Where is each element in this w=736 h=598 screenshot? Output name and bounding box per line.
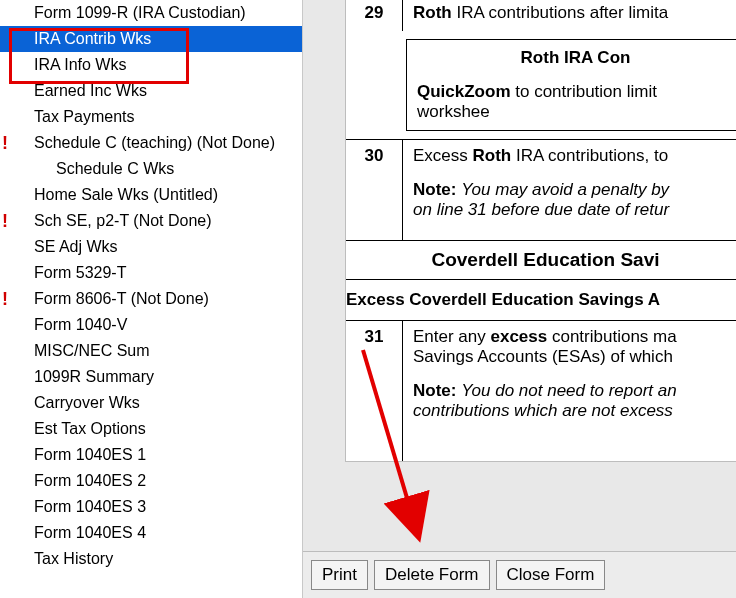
error-flag-icon: !	[2, 290, 16, 308]
forms-list-item-label: Form 5329-T	[16, 264, 126, 282]
forms-list-item-label: Schedule C Wks	[16, 160, 174, 178]
forms-sidebar: Form 1099-R (IRA Custodian)IRA Contrib W…	[0, 0, 303, 598]
form-paper: 29 Roth IRA contributions after limita R…	[345, 0, 736, 462]
print-button[interactable]: Print	[311, 560, 368, 590]
quickzoom-label: QuickZoom	[417, 82, 511, 101]
forms-list-item-label: Tax Payments	[16, 108, 134, 126]
form-button-bar: Print Delete Form Close Form	[303, 551, 736, 598]
text: Enter any	[413, 327, 491, 346]
roth-ira-box: Roth IRA Con QuickZoom to contribution l…	[406, 39, 736, 131]
forms-list-item-label: Carryover Wks	[16, 394, 140, 412]
line-number: 29	[346, 0, 403, 31]
form-line-30: 30 Excess Roth IRA contributions, to Not…	[346, 139, 736, 240]
text-bold: Roth	[473, 146, 512, 165]
forms-list-item[interactable]: !Sch SE, p2-T (Not Done)	[0, 208, 302, 234]
quickzoom-line[interactable]: QuickZoom to contribution limit workshee	[417, 82, 734, 122]
error-flag-icon: !	[2, 134, 16, 152]
line-body: Enter any excess contributions ma Saving…	[403, 321, 736, 461]
line-body: Roth IRA contributions after limita	[403, 0, 736, 31]
forms-list-item[interactable]: !Schedule C (teaching) (Not Done)	[0, 130, 302, 156]
box-title: Roth IRA Con	[417, 48, 734, 68]
forms-list-item[interactable]: Form 1040ES 4	[0, 520, 302, 546]
forms-list-item-label: Earned Inc Wks	[16, 82, 147, 100]
forms-list-item[interactable]: 1099R Summary	[0, 364, 302, 390]
forms-list-item[interactable]: IRA Info Wks	[0, 52, 302, 78]
form-line-31: 31 Enter any excess contributions ma Sav…	[346, 320, 736, 461]
forms-list-item[interactable]: Form 1040ES 1	[0, 442, 302, 468]
forms-list-item-label: Sch SE, p2-T (Not Done)	[16, 212, 212, 230]
forms-list-item[interactable]: Est Tax Options	[0, 416, 302, 442]
line-number: 30	[346, 140, 403, 240]
close-form-button[interactable]: Close Form	[496, 560, 606, 590]
forms-list-item[interactable]: Carryover Wks	[0, 390, 302, 416]
forms-list-item-label: SE Adj Wks	[16, 238, 118, 256]
form-pane: 29 Roth IRA contributions after limita R…	[303, 0, 736, 598]
forms-list-item[interactable]: Form 1099-R (IRA Custodian)	[0, 0, 302, 26]
text: IRA contributions after limita	[452, 3, 668, 22]
text-bold: excess	[491, 327, 548, 346]
text: contributions ma	[547, 327, 676, 346]
forms-list-item-label: Form 1099-R (IRA Custodian)	[16, 4, 246, 22]
forms-list-item[interactable]: IRA Contrib Wks	[0, 26, 302, 52]
forms-list-item[interactable]: Form 1040ES 2	[0, 468, 302, 494]
forms-list-item[interactable]: !Form 8606-T (Not Done)	[0, 286, 302, 312]
forms-list-item-label: MISC/NEC Sum	[16, 342, 150, 360]
note-text: You may avoid a penalty by	[461, 180, 669, 199]
forms-list-item-label: Form 1040ES 4	[16, 524, 146, 542]
forms-list-item-label: 1099R Summary	[16, 368, 154, 386]
forms-list-item[interactable]: MISC/NEC Sum	[0, 338, 302, 364]
forms-list-item-label: Form 1040ES 1	[16, 446, 146, 464]
forms-list-item-label: Form 8606-T (Not Done)	[16, 290, 209, 308]
form-line-29: 29 Roth IRA contributions after limita	[346, 0, 736, 31]
forms-list-item[interactable]: Schedule C Wks	[0, 156, 302, 182]
forms-list-item[interactable]: Form 1040ES 3	[0, 494, 302, 520]
text: IRA contributions, to	[511, 146, 668, 165]
note-text-2: on line 31 before due date of retur	[413, 200, 736, 220]
forms-list-item-label: Tax History	[16, 550, 113, 568]
text: Savings Accounts (ESAs) of which	[413, 347, 736, 367]
forms-list-item-label: Schedule C (teaching) (Not Done)	[16, 134, 275, 152]
subsection-title-excess-coverdell: Excess Coverdell Education Savings A	[346, 279, 736, 320]
note-label: Note:	[413, 180, 456, 199]
forms-list-item[interactable]: Earned Inc Wks	[0, 78, 302, 104]
note-text-2: contributions which are not excess	[413, 401, 736, 421]
forms-list-item[interactable]: Tax History	[0, 546, 302, 572]
forms-list-item-label: Form 1040ES 3	[16, 498, 146, 516]
forms-list-item[interactable]: Home Sale Wks (Untitled)	[0, 182, 302, 208]
text: Excess	[413, 146, 473, 165]
line-number: 31	[346, 321, 403, 461]
line-body: Excess Roth IRA contributions, to Note: …	[403, 140, 736, 240]
forms-list-item-label: Form 1040-V	[16, 316, 127, 334]
section-title-coverdell: Coverdell Education Savi	[346, 240, 736, 279]
forms-list-item-label: IRA Info Wks	[16, 56, 126, 74]
error-flag-icon: !	[2, 212, 16, 230]
note-label: Note:	[413, 381, 456, 400]
forms-list-item-label: Home Sale Wks (Untitled)	[16, 186, 218, 204]
forms-list-item-label: Form 1040ES 2	[16, 472, 146, 490]
forms-list: Form 1099-R (IRA Custodian)IRA Contrib W…	[0, 0, 302, 572]
forms-list-item[interactable]: SE Adj Wks	[0, 234, 302, 260]
delete-form-button[interactable]: Delete Form	[374, 560, 490, 590]
forms-list-item[interactable]: Tax Payments	[0, 104, 302, 130]
forms-list-item-label: IRA Contrib Wks	[16, 30, 151, 48]
note-text: You do not need to report an	[461, 381, 677, 400]
forms-list-item[interactable]: Form 1040-V	[0, 312, 302, 338]
forms-list-item[interactable]: Form 5329-T	[0, 260, 302, 286]
text-bold: Roth	[413, 3, 452, 22]
forms-list-item-label: Est Tax Options	[16, 420, 146, 438]
